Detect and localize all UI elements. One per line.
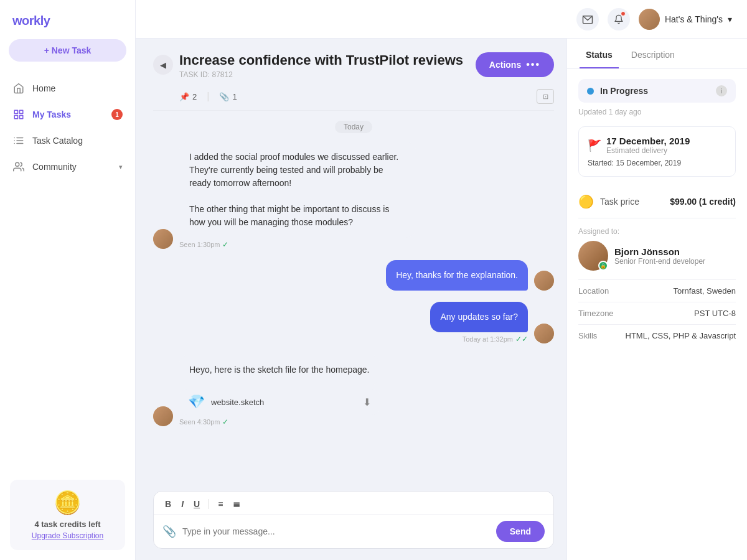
- chevron-down-icon: ▾: [119, 163, 123, 171]
- my-avatar: [534, 324, 554, 343]
- sidebar-item-community[interactable]: Community ▾: [0, 154, 135, 180]
- delivery-label: Estimated delivery: [606, 146, 690, 155]
- sidebar-item-home[interactable]: Home: [0, 75, 135, 101]
- svg-rect-1: [20, 110, 23, 113]
- upgrade-link[interactable]: Upgrade Subscription: [17, 531, 118, 540]
- check-icon: ✓✓: [515, 335, 528, 343]
- skills-value: HTML, CSS, PHP & Javascript: [626, 331, 736, 340]
- message-4: Heyo, here is the sketch file for the ho…: [153, 355, 554, 426]
- my-tasks-badge: 1: [111, 109, 123, 120]
- location-value: Tornfast, Sweden: [674, 286, 736, 296]
- price-row: 🟡 Task price $99.00 (1 credit): [578, 185, 736, 218]
- check-icon: ✓: [222, 240, 228, 249]
- message-status: Today at 1:32pm ✓✓: [430, 335, 528, 343]
- status-label: In Progress: [600, 86, 710, 96]
- chat-panel: ◀ Increase confidence with TrustPilot re…: [136, 39, 566, 560]
- pins-meta[interactable]: 📌 2: [179, 92, 197, 101]
- mail-button[interactable]: [576, 8, 599, 30]
- message-bubble-wrap: Hey, thanks for the explanation.: [386, 260, 528, 291]
- date-badge: Today: [335, 121, 372, 133]
- back-button[interactable]: ◀: [153, 55, 173, 75]
- svg-point-10: [16, 162, 19, 166]
- sidebar-nav: Home My Tasks 1 Task Catalog Community ▾: [0, 73, 135, 470]
- divider: [153, 110, 554, 111]
- message-toolbar: B I U ≡ ≣: [154, 492, 553, 515]
- task-id: TASK ID: 87812: [179, 70, 463, 79]
- new-task-button[interactable]: + New Task: [9, 39, 126, 62]
- topbar: Hat's & Thing's ▾: [136, 0, 747, 39]
- attachment-icon: 📎: [219, 92, 229, 101]
- message-status: Seen 1:30pm ✓: [179, 240, 416, 249]
- right-panel: Status Description In Progress i Updated…: [566, 39, 747, 560]
- time-status: Today at 1:32pm: [463, 335, 513, 343]
- send-button[interactable]: Send: [496, 521, 545, 542]
- messages-area[interactable]: Today I added the social proof modules w…: [153, 114, 554, 491]
- message-input-row: 📎 Send: [154, 515, 553, 548]
- delivery-info: 17 December, 2019 Estimated delivery: [606, 136, 690, 155]
- attach-button[interactable]: 📎: [162, 525, 176, 538]
- actions-label: Actions: [489, 60, 521, 70]
- download-icon[interactable]: ⬇: [363, 396, 371, 408]
- ordered-list-button[interactable]: ≣: [230, 498, 243, 510]
- actions-dots-icon: •••: [526, 59, 540, 70]
- notification-dot: [621, 11, 626, 16]
- status-tabs: Status Description: [567, 39, 747, 69]
- sender-avatar: [153, 406, 173, 426]
- task-header: ◀ Increase confidence with TrustPilot re…: [153, 39, 554, 85]
- attachments-meta[interactable]: 📎 1: [219, 92, 237, 101]
- app-logo: workly: [0, 0, 135, 39]
- message-input[interactable]: [182, 526, 490, 536]
- message-bubble-wrap: Heyo, here is the sketch file for the ho…: [179, 355, 380, 426]
- timezone-key: Timezone: [578, 309, 614, 318]
- meta-separator: |: [207, 91, 209, 102]
- assigned-label: Assigned to:: [578, 227, 736, 236]
- svg-rect-3: [14, 116, 17, 119]
- my-avatar: [534, 271, 554, 291]
- svg-rect-2: [20, 116, 23, 119]
- sidebar-item-my-tasks[interactable]: My Tasks 1: [0, 101, 135, 128]
- location-row: Location Tornfast, Sweden: [578, 279, 736, 302]
- pin-icon: 📌: [179, 92, 189, 101]
- sidebar: workly + New Task Home My Tasks 1 Task C…: [0, 0, 136, 560]
- attachments-count: 1: [232, 92, 237, 101]
- flag-icon: 🚩: [588, 139, 601, 152]
- sketch-icon: 💎: [188, 394, 205, 410]
- file-attachment[interactable]: 💎 website.sketch ⬇: [179, 389, 380, 415]
- task-title-block: Increase confidence with TrustPilot revi…: [179, 52, 463, 79]
- message-status: Seen 4:30pm ✓: [179, 418, 380, 426]
- price-label: Task price: [600, 197, 664, 207]
- italic-button[interactable]: I: [179, 498, 186, 510]
- notifications-button[interactable]: [608, 8, 630, 30]
- delivery-date: 17 December, 2019: [606, 136, 690, 146]
- seen-status: Seen 4:30pm: [179, 418, 220, 426]
- task-meta: 📌 2 | 📎 1 ⊡: [153, 85, 554, 110]
- person-role: Senior Front-end developer: [614, 257, 705, 266]
- tasks-icon: [12, 108, 25, 121]
- message-3: Any updates so far? Today at 1:32pm ✓✓: [153, 302, 554, 343]
- expand-button[interactable]: ⊡: [537, 89, 554, 104]
- coin-icon: 🟡: [578, 194, 594, 209]
- info-icon[interactable]: i: [716, 85, 727, 96]
- timezone-row: Timezone PST UTC-8: [578, 302, 736, 324]
- tab-description[interactable]: Description: [625, 39, 681, 68]
- timezone-value: PST UTC-8: [694, 309, 736, 318]
- user-menu[interactable]: Hat's & Thing's ▾: [639, 9, 732, 30]
- task-title-group: ◀ Increase confidence with TrustPilot re…: [153, 52, 463, 79]
- tab-status[interactable]: Status: [580, 39, 619, 68]
- actions-button[interactable]: Actions •••: [476, 52, 554, 77]
- sidebar-item-task-catalog[interactable]: Task Catalog: [0, 128, 135, 154]
- community-icon: [12, 161, 25, 173]
- updated-text: Updated 1 day ago: [578, 108, 736, 116]
- unordered-list-button[interactable]: ≡: [215, 498, 225, 510]
- home-icon: [12, 82, 25, 95]
- price-value: $99.00 (1 credit): [670, 197, 736, 207]
- status-selector[interactable]: In Progress i: [578, 79, 736, 103]
- bold-button[interactable]: B: [162, 498, 174, 510]
- sidebar-item-home-label: Home: [32, 83, 55, 93]
- message-bubble: I added the social proof modules we disc…: [179, 142, 416, 238]
- sidebar-item-my-tasks-label: My Tasks: [32, 110, 71, 119]
- underline-button[interactable]: U: [191, 498, 202, 510]
- message-bubble-wrap: I added the social proof modules we disc…: [179, 142, 416, 249]
- delivery-card: 🚩 17 December, 2019 Estimated delivery S…: [578, 126, 736, 177]
- main-content: Hat's & Thing's ▾ ◀ Increase confidence …: [136, 0, 747, 560]
